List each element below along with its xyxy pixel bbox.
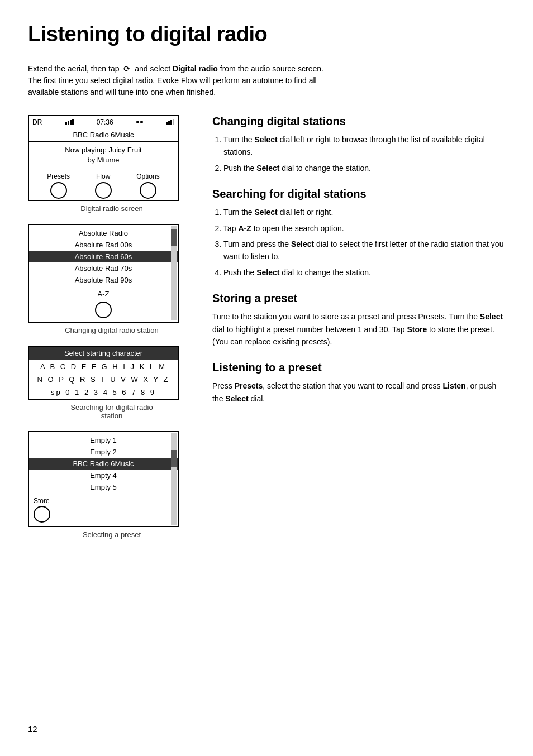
section-changing-title: Changing digital stations (212, 115, 505, 128)
scrollbar-thumb (171, 229, 177, 246)
search-caption-line2: station (101, 412, 122, 420)
preset-screen: Empty 1 Empty 2 BBC Radio 6Music Empty 4… (28, 431, 179, 527)
section-storing-text: Tune to the station you want to store as… (212, 310, 505, 348)
list-item: Absolute Rad 90s (29, 274, 178, 286)
list-item: Absolute Radio (29, 227, 178, 239)
char-row-3: sp 0 1 2 3 4 5 6 7 8 9 (29, 386, 178, 399)
antenna-icon: ⟳ (123, 63, 130, 75)
dr-station-name: BBC Radio 6Music (29, 128, 178, 142)
digital-radio-screen: DR 07:36 (28, 115, 179, 201)
dr-buttons: Presets Flow Options (29, 169, 178, 200)
list-item: Push the Select dial to change the stati… (223, 162, 505, 174)
right-column: Changing digital stations Turn the Selec… (212, 115, 505, 550)
flow-button[interactable] (95, 182, 112, 199)
list-item: Turn the Select dial left or right. (223, 206, 505, 218)
dr-now-playing-artist: by Mtume (32, 155, 174, 165)
section-changing-list: Turn the Select dial left or right to br… (223, 133, 505, 174)
intro-text-start: Extend the aerial, then tap (28, 64, 119, 73)
list-item: Absolute Rad 00s (29, 239, 178, 251)
preset-list: Empty 1 Empty 2 BBC Radio 6Music Empty 4… (29, 432, 178, 495)
section-storing: Storing a preset Tune to the station you… (212, 292, 505, 348)
station-list-caption: Changing digital radio station (28, 326, 196, 334)
search-caption: Searching for digital radio station (28, 403, 196, 420)
preset-store-area: Store (29, 495, 178, 526)
presets-label: Presets (47, 173, 70, 180)
section-searching-title: Searching for digital stations (212, 188, 505, 200)
scrollbar[interactable] (171, 226, 177, 320)
list-item: Empty 4 (29, 470, 178, 481)
dr-time: 07:36 (97, 118, 113, 126)
section-changing: Changing digital stations Turn the Selec… (212, 115, 505, 174)
store-button[interactable] (34, 506, 50, 523)
section-searching: Searching for digital stations Turn the … (212, 188, 505, 279)
section-searching-list: Turn the Select dial left or right. Tap … (223, 206, 505, 279)
list-item-selected: Absolute Rad 60s (29, 251, 178, 262)
list-item: Empty 1 (29, 434, 178, 446)
list-item: Push the Select dial to change the stati… (223, 266, 505, 279)
options-button[interactable] (140, 182, 156, 199)
az-button[interactable] (95, 302, 112, 318)
az-button-area (29, 300, 178, 322)
store-label: Store (34, 497, 50, 505)
char-row-1: A B C D E F G H I J K L M (29, 360, 178, 373)
list-item: Turn and press the Select dial to select… (223, 238, 505, 263)
intro-bold: Digital radio (173, 64, 218, 73)
station-list-screen: Absolute Radio Absolute Rad 00s Absolute… (28, 224, 179, 323)
dr-now-playing: Now playing: Juicy Fruit by Mtume (29, 142, 178, 169)
digital-radio-caption: Digital radio screen (28, 204, 196, 213)
dr-now-playing-track: Now playing: Juicy Fruit (32, 145, 174, 155)
left-column: DR 07:36 (28, 115, 196, 550)
preset-caption: Selecting a preset (28, 530, 196, 539)
intro-paragraph: Extend the aerial, then tap ⟳ and select… (28, 63, 335, 98)
flow-label: Flow (96, 173, 110, 180)
list-item: Tap A-Z to open the search option. (223, 222, 505, 235)
char-row-2: N O P Q R S T U V W X Y Z (29, 373, 178, 386)
search-title-bar: Select starting character (29, 347, 178, 360)
scrollbar[interactable] (171, 433, 177, 525)
station-list: Absolute Radio Absolute Rad 00s Absolute… (29, 225, 178, 288)
dots-icon (136, 121, 143, 123)
flow-button-area: Flow (95, 173, 112, 199)
section-listening-text: Press Presets, select the station that y… (212, 380, 505, 405)
presets-button[interactable] (50, 182, 67, 199)
options-button-area: Options (136, 173, 159, 199)
section-listening: Listening to a preset Press Presets, sel… (212, 361, 505, 405)
section-storing-title: Storing a preset (212, 292, 505, 305)
presets-button-area: Presets (47, 173, 70, 199)
signal-icon-2 (166, 118, 174, 126)
az-label: A-Z (29, 288, 178, 300)
search-caption-line1: Searching for digital radio (70, 403, 153, 412)
main-layout: DR 07:36 (28, 115, 505, 550)
section-listening-title: Listening to a preset (212, 361, 505, 374)
dr-label: DR (32, 118, 42, 126)
scrollbar-thumb (171, 450, 177, 467)
signal-icon (65, 118, 74, 126)
search-character-screen: Select starting character A B C D E F G … (28, 346, 179, 400)
list-item: Turn the Select dial left or right to br… (223, 133, 505, 159)
list-item: Empty 2 (29, 446, 178, 458)
page-number: 12 (28, 724, 37, 734)
options-label: Options (136, 173, 159, 180)
page-title: Listening to digital radio (28, 22, 505, 46)
dr-top-bar: DR 07:36 (29, 116, 178, 128)
list-item: Absolute Rad 70s (29, 262, 178, 274)
list-item-selected: BBC Radio 6Music (29, 458, 178, 470)
list-item: Empty 5 (29, 481, 178, 493)
